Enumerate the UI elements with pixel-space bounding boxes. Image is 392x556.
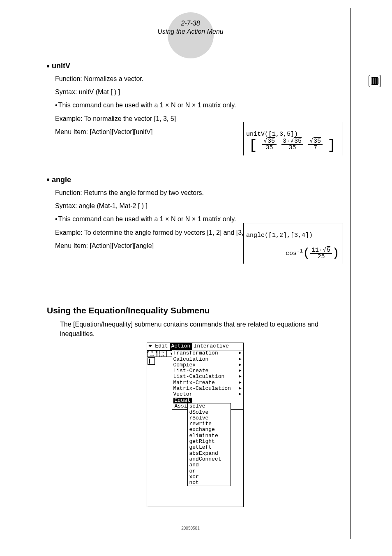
submenu-screenshot: ❤ Edit Action Interactive 0.5 1←→ ∫dx∫dx… [147, 343, 244, 507]
dd-vector[interactable]: Vector▶ [172, 392, 243, 397]
angle-note-text: This command can be used with a 1 × N or… [58, 215, 236, 222]
angle-heading: angle [47, 176, 343, 184]
section2-body: The [Equation/Inequality] submenu contai… [60, 320, 343, 338]
cos-exp: -1 [297, 248, 303, 254]
keypad-icon [371, 77, 378, 85]
unitv-note: •This command can be used with a 1 × N o… [55, 100, 343, 110]
sub-getleft[interactable]: getLeft [188, 445, 231, 450]
unitv-input-line: unitV([1,3,5]) [246, 131, 298, 138]
dd-list-create[interactable]: List-Create▶ [172, 368, 243, 374]
sub-rewrite[interactable]: rewrite [188, 421, 231, 427]
chevron-right-icon: ▶ [239, 380, 242, 386]
unitv-note-text: This command can be used with a 1 × N or… [58, 102, 236, 109]
page-header: 2-7-38 Using the Action Menu [30, 8, 350, 35]
section2-heading: Using the Equation/Inequality Submenu [47, 306, 343, 315]
tool-2[interactable]: ∫dx∫dx [157, 350, 167, 357]
sub-dsolve[interactable]: dSolve [188, 410, 231, 415]
sub-exchange[interactable]: exchange [188, 427, 231, 433]
page-number: 2-7-38 [30, 20, 350, 27]
content-area: unitV Function: Normalizes a vector. Syn… [47, 62, 343, 507]
chevron-right-icon: ▶ [239, 374, 242, 380]
cursor-icon [148, 357, 155, 365]
cos-label: cos [286, 250, 297, 257]
chevron-right-icon: ▶ [239, 386, 242, 392]
unitv-screenshot: unitV([1,3,5]) [ √3535 3·√3535 √357 ] [243, 122, 343, 155]
sub-getright[interactable]: getRight [188, 439, 231, 445]
right-bracket-icon: ] [327, 138, 336, 152]
sub-absexpand[interactable]: absExpand [188, 451, 231, 456]
sub-solve[interactable]: solve [188, 403, 231, 409]
left-bracket-icon: [ [249, 138, 257, 152]
unitv-function: Function: Normalizes a vector. [55, 74, 343, 83]
dd-transformation[interactable]: Transformation▶ [172, 350, 243, 356]
sub-xor[interactable]: xor [188, 474, 231, 480]
menu-interactive[interactable]: Interactive [192, 343, 231, 350]
dd-matrix-create[interactable]: Matrix-Create▶ [172, 380, 243, 386]
chevron-right-icon: ▶ [239, 392, 242, 397]
unitv-result-row: [ √3535 3·√3535 √357 ] [246, 138, 340, 152]
sub-eliminate[interactable]: eliminate [188, 433, 231, 439]
radicand-2: 35 [294, 138, 302, 144]
sub-rsolve[interactable]: rSolve [188, 415, 231, 421]
denom-3: 7 [312, 145, 318, 151]
frac-2: 3·√3535 [281, 138, 303, 152]
calculator-icon [369, 75, 381, 87]
denom-1: 35 [264, 145, 274, 151]
footer-id: 20050501 [181, 526, 200, 531]
bullet-icon [47, 65, 49, 67]
denom-2: 35 [287, 145, 297, 151]
angle-screenshot: angle([1,2],[3,4]) cos-1(11·√525) [243, 223, 343, 264]
sub-and[interactable]: and [188, 462, 231, 468]
action-dropdown: Transformation▶ Calculation▶ Complex▶ Li… [172, 350, 243, 410]
dd-complex[interactable]: Complex▶ [172, 362, 243, 368]
chevron-right-icon: ▶ [239, 350, 242, 356]
right-paren-icon: ) [332, 246, 339, 260]
tool-1[interactable]: 0.5 1←→ [147, 350, 157, 357]
angle-num-mul: 11· [311, 247, 323, 254]
angle-syntax: Syntax: angle (Mat-1, Mat-2 [ ) ] [55, 201, 343, 211]
frac-1: √3535 [262, 138, 277, 152]
menu-action[interactable]: Action [170, 343, 192, 350]
dd-matrix-calculation[interactable]: Matrix-Calculation▶ [172, 386, 243, 392]
sub-or[interactable]: or [188, 468, 231, 474]
angle-function: Function: Returns the angle formed by tw… [55, 188, 343, 197]
page-subtitle: Using the Action Menu [30, 28, 350, 35]
unitv-syntax: Syntax: unitV (Mat [ ) ] [55, 87, 343, 97]
section-divider [47, 298, 343, 298]
unitv-title: unitV [52, 62, 70, 70]
dd-calculation[interactable]: Calculation▶ [172, 357, 243, 362]
angle-result-row: cos-1(11·√525) [246, 239, 340, 261]
dd-equation[interactable]: Equat [172, 398, 243, 403]
chevron-right-icon: ▶ [239, 368, 242, 374]
radicand-3: 35 [313, 138, 321, 144]
sub-not[interactable]: not [188, 480, 231, 486]
angle-frac: 11·√525 [310, 247, 332, 260]
checkmark-icon: ❤ [147, 343, 154, 349]
chevron-right-icon: ▶ [239, 357, 242, 362]
sub-andconnect[interactable]: andConnect [188, 456, 231, 462]
menu-edit[interactable]: Edit [153, 343, 169, 350]
angle-input-line: angle([1,2],[3,4]) [246, 232, 313, 239]
dd-list-calculation[interactable]: List-Calculation▶ [172, 374, 243, 380]
menubar: ❤ Edit Action Interactive [147, 343, 243, 350]
dd-equation-label: Equat [173, 398, 192, 403]
angle-denom: 25 [316, 254, 326, 260]
radicand-1: 35 [267, 138, 275, 144]
mult-2: 3· [283, 138, 290, 145]
equation-submenu: solve dSolve rSolve rewrite exchange eli… [187, 403, 231, 486]
angle-title: angle [52, 176, 71, 184]
frac-3: √357 [308, 138, 323, 152]
left-paren-icon: ( [303, 246, 310, 260]
unitv-heading: unitV [47, 62, 343, 70]
page-frame: 2-7-38 Using the Action Menu unitV Funct… [30, 8, 351, 539]
angle-radicand: 5 [326, 247, 331, 253]
bullet-icon [47, 178, 49, 181]
chevron-right-icon: ▶ [239, 362, 242, 368]
